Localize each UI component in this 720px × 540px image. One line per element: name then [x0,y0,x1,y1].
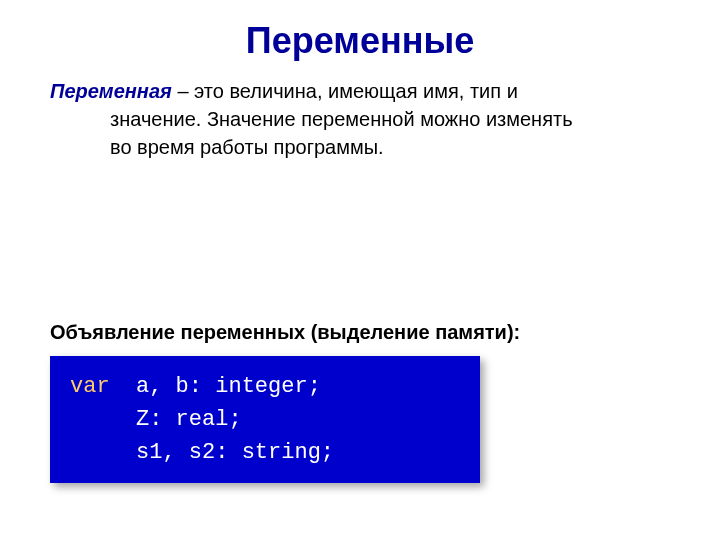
section-heading: Объявление переменных (выделение памяти)… [50,321,670,344]
code-line-1: var a, b: integer; [70,370,460,403]
code-line-2: Z: real; [70,403,460,436]
definition-dash: – [172,80,194,102]
code-line-1-rest: a, b: integer; [110,374,321,399]
variable-definition: Переменная – это величина, имеющая имя, … [50,77,670,161]
code-keyword: var [70,374,110,399]
code-line-3: s1, s2: string; [70,436,460,469]
code-block: var a, b: integer; Z: real; s1, s2: stri… [50,356,480,483]
definition-term: Переменная [50,80,172,102]
definition-text-line1: это величина, имеющая имя, тип и [194,80,518,102]
definition-text-line2: значение. Значение переменной можно изме… [50,105,670,133]
definition-text-line3: во время работы программы. [50,133,670,161]
page-title: Переменные [50,20,670,62]
